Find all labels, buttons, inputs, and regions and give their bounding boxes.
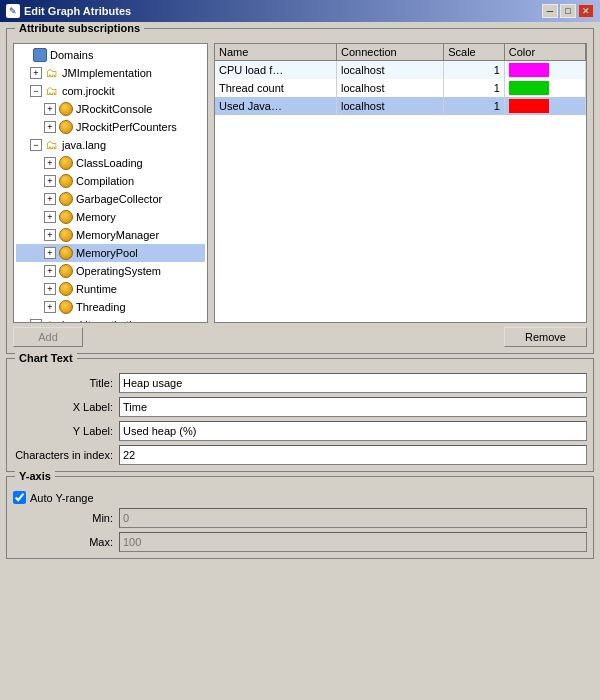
input-max[interactable] [119,532,587,552]
tree-label-memorypool: MemoryPool [76,247,138,259]
tree-item-classloading[interactable]: + ClassLoading [16,154,205,172]
attribute-subscriptions-group: Attribute subscriptions Domains + 🗂 JMIm… [6,28,594,354]
label-min: Min: [13,512,113,524]
title-bar: ✎ Edit Graph Atributes ─ □ ✕ [0,0,600,22]
table-row[interactable]: Used Java…localhost1 [215,97,586,115]
bean-icon-operatingsystem [58,263,74,279]
tree-label-jrockitconsole: JRockitConsole [76,103,152,115]
tree-label-operatingsystem: OperatingSystem [76,265,161,277]
form-row-min: Min: [13,508,587,528]
yaxis-content: Auto Y-range Min: Max: [13,491,587,552]
bean-icon-memorymanager [58,227,74,243]
bean-icon-garbagecollector [58,191,74,207]
bean-icon-jrockitperfcounters [58,119,74,135]
toggle-threading[interactable]: + [44,301,56,313]
toggle-operatingsystem[interactable]: + [44,265,56,277]
input-min[interactable] [119,508,587,528]
tree-item-threading[interactable]: + Threading [16,298,205,316]
minimize-button[interactable]: ─ [542,4,558,18]
subscriptions-table: Name Connection Scale Color CPU load f…l… [215,44,586,115]
toggle-garbagecollector[interactable]: + [44,193,56,205]
attr-sub-label: Attribute subscriptions [15,22,144,34]
input-xlabel[interactable] [119,397,587,417]
cell-name: CPU load f… [215,61,337,80]
tree-item-operatingsystem[interactable]: + OperatingSystem [16,262,205,280]
close-button[interactable]: ✕ [578,4,594,18]
title-bar-left: ✎ Edit Graph Atributes [6,4,131,18]
folder-icon-javalang: 🗂 [44,137,60,153]
app-icon: ✎ [6,4,20,18]
tree-item-memorypool[interactable]: + MemoryPool [16,244,205,262]
cell-connection: localhost [337,97,444,115]
toggle-javalang[interactable]: − [30,139,42,151]
tree-label-domains: Domains [50,49,93,61]
input-charindex[interactable] [119,445,587,465]
auto-yrange-row: Auto Y-range [13,491,587,504]
tree-item-jrockitsynthetic[interactable]: + 🗂 jrockit.synthetic [16,316,205,323]
bean-icon-compilation [58,173,74,189]
label-xlabel: X Label: [13,401,113,413]
toggle-comjrockit[interactable]: − [30,85,42,97]
tree-item-domains[interactable]: Domains [16,46,205,64]
tree-label-runtime: Runtime [76,283,117,295]
tree-label-javalang: java.lang [62,139,106,151]
cell-name: Thread count [215,79,337,97]
tree-item-comjrockit[interactable]: − 🗂 com.jrockit [16,82,205,100]
auto-yrange-label: Auto Y-range [30,492,94,504]
toggle-memory[interactable]: + [44,211,56,223]
tree-item-jrockitconsole[interactable]: + JRockitConsole [16,100,205,118]
toggle-jrockitconsole[interactable]: + [44,103,56,115]
add-button[interactable]: Add [13,327,83,347]
col-connection: Connection [337,44,444,61]
table-row[interactable]: Thread countlocalhost1 [215,79,586,97]
toggle-runtime[interactable]: + [44,283,56,295]
remove-button[interactable]: Remove [504,327,587,347]
tree-panel[interactable]: Domains + 🗂 JMImplementation − 🗂 com.jro… [13,43,208,323]
maximize-button[interactable]: □ [560,4,576,18]
input-title[interactable] [119,373,587,393]
tree-item-javalang[interactable]: − 🗂 java.lang [16,136,205,154]
bean-icon-classloading [58,155,74,171]
attr-sub-buttons: Add Remove [13,323,587,347]
domain-icon-domains [32,47,48,63]
tree-label-jrockitsynthetic: jrockit.synthetic [62,319,137,323]
tree-item-jrockitperfcounters[interactable]: + JRockitPerfCounters [16,118,205,136]
tree-item-garbagecollector[interactable]: + GarbageCollector [16,190,205,208]
toggle-memorypool[interactable]: + [44,247,56,259]
table-header-row: Name Connection Scale Color [215,44,586,61]
col-scale: Scale [444,44,505,61]
toggle-domains [18,49,30,61]
window-body: Attribute subscriptions Domains + 🗂 JMIm… [0,22,600,700]
form-row-xlabel: X Label: [13,397,587,417]
auto-yrange-checkbox[interactable] [13,491,26,504]
tree-label-jmimpl: JMImplementation [62,67,152,79]
tree-item-jmimpl[interactable]: + 🗂 JMImplementation [16,64,205,82]
toggle-jrockitperfcounters[interactable]: + [44,121,56,133]
bean-icon-memorypool [58,245,74,261]
table-row[interactable]: CPU load f…localhost1 [215,61,586,80]
chart-text-group: Chart Text Title: X Label: Y Label: Char… [6,358,594,472]
tree-label-jrockitperfcounters: JRockitPerfCounters [76,121,177,133]
toggle-memorymanager[interactable]: + [44,229,56,241]
tree-item-runtime[interactable]: + Runtime [16,280,205,298]
col-color: Color [504,44,585,61]
folder-icon-jmimpl: 🗂 [44,65,60,81]
tree-label-garbagecollector: GarbageCollector [76,193,162,205]
cell-connection: localhost [337,61,444,80]
folder-icon-jrockitsynthetic: 🗂 [44,317,60,323]
tree-item-compilation[interactable]: + Compilation [16,172,205,190]
toggle-jrockitsynthetic[interactable]: + [30,319,42,323]
toggle-compilation[interactable]: + [44,175,56,187]
chart-text-label: Chart Text [15,352,77,364]
tree-label-classloading: ClassLoading [76,157,143,169]
toggle-jmimpl[interactable]: + [30,67,42,79]
cell-scale: 1 [444,97,505,115]
cell-scale: 1 [444,79,505,97]
bean-icon-memory [58,209,74,225]
form-row-title: Title: [13,373,587,393]
cell-color [504,97,585,115]
tree-item-memory[interactable]: + Memory [16,208,205,226]
toggle-classloading[interactable]: + [44,157,56,169]
input-ylabel[interactable] [119,421,587,441]
tree-item-memorymanager[interactable]: + MemoryManager [16,226,205,244]
